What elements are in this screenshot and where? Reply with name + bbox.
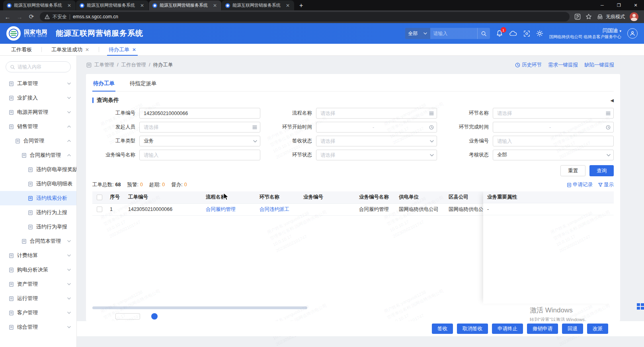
search-icon[interactable] xyxy=(477,28,490,39)
new-tab-button[interactable]: + xyxy=(295,2,308,10)
biz-no-input[interactable] xyxy=(493,136,614,146)
sign-status-select[interactable] xyxy=(316,136,437,146)
fullscreen-icon[interactable] xyxy=(523,30,530,37)
pagination-current-page[interactable] xyxy=(151,313,158,320)
rollback-button[interactable]: 回退 xyxy=(562,324,583,334)
step-start-time-picker[interactable] xyxy=(316,122,437,133)
page-size-select[interactable] xyxy=(115,313,140,320)
cloud-icon[interactable] xyxy=(509,30,517,37)
sidebar-item-power-grid[interactable]: 电源并网管理 xyxy=(0,105,76,119)
sign-button[interactable]: 签收 xyxy=(432,324,453,334)
sidebar-item-biz-expansion[interactable]: 业扩接入 xyxy=(0,91,76,105)
breadcrumb: 工单管理 / 工作台管理 / 待办工单 历史环节 需求一键提报 缺陷一键提报 xyxy=(77,56,644,74)
sidebar-item-contract-mgmt[interactable]: 合同管理 xyxy=(0,134,76,148)
search-scope-select[interactable]: 全部 xyxy=(405,28,430,39)
user-block[interactable]: 闫国迪 ▾ 国网临猗供电公司 临猗县客户服务中心 xyxy=(549,27,621,39)
apply-record-link[interactable]: 申请记录 xyxy=(567,181,593,188)
browser-tab-4[interactable]: 能源互联网营销服务系统 ✕ xyxy=(222,0,294,10)
sidebar-item-asset-mgmt[interactable]: 资产管理 xyxy=(0,277,76,291)
sidebar-item-detail-table[interactable]: 违约窃电明细表 xyxy=(0,177,76,191)
doc-icon xyxy=(9,110,14,115)
biz-no-name-input[interactable] xyxy=(139,150,260,160)
flow-name-select[interactable] xyxy=(316,108,437,119)
step-end-time-picker[interactable] xyxy=(493,122,614,133)
notification-bell-icon[interactable]: 1 xyxy=(496,30,503,37)
ws-tab-todo-orders[interactable]: 待办工单 ✕ xyxy=(107,44,138,56)
sidebar-item-purchase-analysis[interactable]: 购电分析决策 xyxy=(0,263,76,277)
maximize-button[interactable]: ❐ xyxy=(611,0,627,10)
settings-gear-icon[interactable] xyxy=(536,30,543,37)
global-search-input[interactable] xyxy=(430,28,477,39)
display-filter-link[interactable]: 显示 xyxy=(598,181,614,188)
tab-close-icon[interactable]: ✕ xyxy=(212,3,218,8)
forward-icon[interactable]: → xyxy=(16,14,23,20)
browser-tab-3-active[interactable]: 能源互联网营销服务系统 ✕ xyxy=(149,0,221,10)
breadcrumb-item[interactable]: 工作台管理 xyxy=(121,62,146,68)
search-button[interactable]: 查询 xyxy=(589,165,614,176)
reload-icon[interactable]: ⟳ xyxy=(28,13,35,20)
sidebar-item-report-reward[interactable]: 违约窃电举报奖励 xyxy=(0,162,76,177)
initiator-select[interactable] xyxy=(139,122,260,133)
sidebar-item-customer-mgmt[interactable]: 客户管理 xyxy=(0,306,76,320)
reassign-button[interactable]: 改派 xyxy=(587,324,608,334)
tab-todo-orders[interactable]: 待办工单 xyxy=(92,77,115,91)
revoke-apply-button[interactable]: 撤销申请 xyxy=(527,324,558,334)
reset-button[interactable]: 重置 xyxy=(560,165,585,176)
sidebar-item-general-mgmt[interactable]: 综合管理 xyxy=(0,320,76,334)
cancel-sign-button[interactable]: 取消签收 xyxy=(457,324,488,334)
browser-profile-avatar[interactable] xyxy=(630,12,638,21)
breadcrumb-item[interactable]: 工单管理 xyxy=(94,62,114,68)
apply-terminate-button[interactable]: 申请终止 xyxy=(492,324,523,334)
sidebar-item-behavior-tipoff[interactable]: 违约行为举报 xyxy=(0,220,76,234)
defect-report-link[interactable]: 缺陷一键提报 xyxy=(584,62,614,68)
sidebar-search-input[interactable] xyxy=(18,64,66,70)
cell-supply-unit: 国网临猗供电公司 xyxy=(396,203,445,215)
state-grid-logo-icon xyxy=(6,26,21,41)
tab-close-icon[interactable]: ✕ xyxy=(66,3,72,8)
sidebar-item-clue-analysis[interactable]: 违约线索分析 xyxy=(0,191,76,205)
close-button[interactable]: ✕ xyxy=(627,0,644,10)
browser-tab-1[interactable]: 能源互联网营销服务系统 ✕ xyxy=(3,0,76,10)
tab-close-icon[interactable]: ✕ xyxy=(139,3,145,8)
step-status-select[interactable] xyxy=(316,150,437,160)
sidebar-item-contract-performance[interactable]: 合同履约管理 xyxy=(0,148,76,162)
tab-to-assign[interactable]: 待指定派单 xyxy=(129,77,158,91)
minimize-button[interactable]: ─ xyxy=(594,0,611,10)
order-type-select[interactable] xyxy=(139,136,260,146)
browser-tab-2[interactable]: 能源互联网营销服务系统 ✕ xyxy=(76,0,148,10)
brand-block: 国家电网 STATE GRID xyxy=(24,29,48,38)
step-name-link[interactable]: 合同违约派工 xyxy=(260,207,289,212)
assess-status-select[interactable] xyxy=(493,150,614,160)
step-name-select[interactable] xyxy=(493,108,614,119)
sidebar-item-operation-mgmt[interactable]: 运行管理 xyxy=(0,291,76,306)
sidebar-item-behavior-report[interactable]: 违约行为上报 xyxy=(0,205,76,220)
floating-widget-grid-icon[interactable] xyxy=(637,303,644,310)
user-avatar-icon[interactable] xyxy=(627,28,638,39)
pinned-col-cell: - xyxy=(483,203,614,215)
tab-close-icon[interactable]: ✕ xyxy=(85,47,89,53)
sidebar-item-billing[interactable]: 计费结算 xyxy=(0,248,76,263)
row-checkbox[interactable] xyxy=(97,207,102,212)
chevron-down-icon xyxy=(67,254,71,257)
bookmark-star-icon[interactable] xyxy=(585,14,592,20)
sidebar-item-order-mgmt[interactable]: 工单管理 xyxy=(0,76,76,91)
tab-close-icon[interactable]: ✕ xyxy=(132,47,136,53)
horizontal-scrollbar[interactable] xyxy=(92,306,307,309)
ws-tab-order-sent[interactable]: 工单发送成功 ✕ xyxy=(50,44,91,56)
tab-close-icon[interactable]: ✕ xyxy=(285,3,291,8)
select-all-checkbox[interactable] xyxy=(97,195,102,200)
incognito-label: 无痕模式 xyxy=(606,14,625,20)
history-steps-link[interactable]: 历史环节 xyxy=(515,62,542,68)
sidebar-search[interactable] xyxy=(6,61,71,72)
ws-tab-dashboard[interactable]: 工作看板 xyxy=(10,44,33,56)
sidebar-item-sales-mgmt[interactable]: 销售管理 xyxy=(0,119,76,134)
sidebar-item-contract-template[interactable]: 合同范本管理 xyxy=(0,234,76,248)
flow-name-link[interactable]: 合同履约管理 xyxy=(206,207,236,212)
address-bar[interactable]: 不安全 emss.sx.sgcc.com.cn xyxy=(40,12,570,21)
back-icon[interactable]: ← xyxy=(4,14,11,20)
order-no-input[interactable] xyxy=(139,108,260,119)
demand-report-link[interactable]: 需求一键提报 xyxy=(548,62,578,68)
col-biz-name: 业务编号名称 xyxy=(356,191,396,203)
translate-icon[interactable] xyxy=(574,14,581,20)
collapse-icon[interactable]: ◀ xyxy=(611,98,614,103)
